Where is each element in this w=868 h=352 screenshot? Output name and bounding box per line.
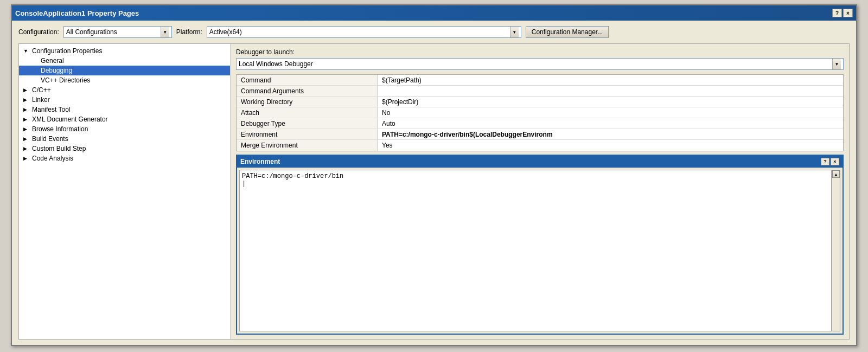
tree-arrow-cpp: ▶ — [23, 87, 30, 93]
env-help-button[interactable]: ? — [821, 158, 829, 165]
platform-dropdown[interactable]: Active(x64) ▼ — [207, 26, 521, 38]
prop-name-5: Environment — [237, 129, 378, 139]
tree-arrow-manifest-tool: ▶ — [23, 107, 30, 112]
prop-value-6: Yes — [378, 140, 843, 151]
main-content: ▼Configuration PropertiesGeneralDebuggin… — [18, 43, 850, 340]
dialog-body: Configuration: All Configurations ▼ Plat… — [12, 21, 856, 345]
close-title-button[interactable]: × — [843, 9, 853, 17]
tree-label-linker: Linker — [32, 96, 50, 104]
tree-arrow-custom-build-step: ▶ — [23, 146, 30, 151]
title-bar-buttons: ? × — [832, 9, 853, 17]
tree-label-build-events: Build Events — [32, 135, 68, 143]
prop-row-0: Command$(TargetPath) — [237, 75, 843, 86]
debugger-value: Local Windows Debugger — [239, 60, 832, 68]
tree-label-general: General — [41, 57, 64, 65]
tree-item-xml-doc-gen[interactable]: ▶XML Document Generator — [19, 114, 230, 124]
tree-item-vc-directories[interactable]: VC++ Directories — [19, 75, 230, 85]
tree-label-vc-directories: VC++ Directories — [41, 76, 90, 84]
tree-label-manifest-tool: Manifest Tool — [32, 106, 70, 113]
prop-value-3: No — [378, 107, 843, 118]
property-pages-window: ConsoleApplication1 Property Pages ? × C… — [11, 4, 857, 346]
scroll-up-button[interactable]: ▲ — [832, 170, 840, 178]
tree-arrow-build-events: ▶ — [23, 136, 30, 142]
tree-label-debugging: Debugging — [41, 67, 72, 74]
env-title-bar: Environment ? × — [237, 156, 843, 168]
tree-item-cpp[interactable]: ▶C/C++ — [19, 85, 230, 95]
prop-value-5: PATH=c:/mongo-c-driver/bin$(LocalDebugge… — [378, 129, 843, 139]
tree-label-xml-doc-gen: XML Document Generator — [32, 116, 108, 123]
platform-value: Active(x64) — [209, 28, 508, 36]
tree-label-cpp: C/C++ — [32, 86, 51, 94]
tree-item-browse-info[interactable]: ▶Browse Information — [19, 124, 230, 134]
prop-row-4: Debugger TypeAuto — [237, 118, 843, 129]
env-title-buttons: ? × — [821, 158, 839, 165]
prop-name-1: Command Arguments — [237, 86, 378, 96]
config-label: Configuration: — [18, 28, 59, 36]
tree-item-general[interactable]: General — [19, 56, 230, 66]
tree-arrow-xml-doc-gen: ▶ — [23, 117, 30, 122]
prop-value-1 — [378, 86, 843, 96]
prop-name-6: Merge Environment — [237, 140, 378, 151]
tree-item-code-analysis[interactable]: ▶Code Analysis — [19, 153, 230, 163]
tree-label-browse-info: Browse Information — [32, 125, 88, 133]
config-dropdown[interactable]: All Configurations ▼ — [63, 26, 172, 38]
env-title: Environment — [240, 158, 280, 165]
debugger-label: Debugger to launch: — [236, 48, 844, 56]
tree-arrow-linker: ▶ — [23, 97, 30, 103]
tree-label-config-properties: Configuration Properties — [32, 47, 102, 55]
tree-label-custom-build-step: Custom Build Step — [32, 145, 86, 152]
left-panel: ▼Configuration PropertiesGeneralDebuggin… — [19, 44, 231, 339]
prop-name-4: Debugger Type — [237, 118, 378, 129]
prop-row-5: EnvironmentPATH=c:/mongo-c-driver/bin$(L… — [237, 129, 843, 140]
tree-arrow-browse-info: ▶ — [23, 126, 30, 132]
top-bar: Configuration: All Configurations ▼ Plat… — [18, 26, 850, 38]
tree-item-linker[interactable]: ▶Linker — [19, 95, 230, 105]
prop-value-2: $(ProjectDir) — [378, 97, 843, 107]
config-dropdown-arrow: ▼ — [161, 27, 169, 37]
tree-item-manifest-tool[interactable]: ▶Manifest Tool — [19, 105, 230, 114]
config-manager-button[interactable]: Configuration Manager... — [526, 26, 609, 38]
debugger-dropdown[interactable]: Local Windows Debugger ▼ — [236, 58, 844, 70]
config-value: All Configurations — [66, 28, 158, 36]
help-title-button[interactable]: ? — [832, 9, 842, 17]
debugger-dropdown-arrow: ▼ — [832, 59, 841, 69]
prop-row-2: Working Directory$(ProjectDir) — [237, 97, 843, 107]
window-title: ConsoleApplication1 Property Pages — [15, 9, 139, 17]
tree-label-code-analysis: Code Analysis — [32, 155, 73, 162]
env-content: PATH=c:/mongo-c-driver/bin | ▲ — [237, 168, 843, 334]
env-scrollbar: ▲ — [832, 170, 840, 331]
tree-item-build-events[interactable]: ▶Build Events — [19, 134, 230, 144]
prop-row-3: AttachNo — [237, 107, 843, 118]
platform-label: Platform: — [176, 28, 202, 36]
properties-table: Command$(TargetPath)Command ArgumentsWor… — [236, 74, 844, 151]
tree-item-config-properties[interactable]: ▼Configuration Properties — [19, 46, 230, 56]
prop-value-4: Auto — [378, 118, 843, 129]
right-panel: Debugger to launch: Local Windows Debugg… — [231, 44, 849, 339]
prop-row-1: Command Arguments — [237, 86, 843, 97]
tree-item-debugging[interactable]: Debugging — [19, 66, 230, 75]
prop-row-6: Merge EnvironmentYes — [237, 140, 843, 151]
environment-dialog: Environment ? × PATH=c:/mongo-c-driver/b… — [236, 155, 844, 335]
prop-name-0: Command — [237, 75, 378, 85]
tree-arrow-config-properties: ▼ — [23, 48, 30, 54]
prop-value-0: $(TargetPath) — [378, 75, 843, 85]
platform-dropdown-arrow: ▼ — [510, 27, 519, 37]
prop-name-2: Working Directory — [237, 97, 378, 107]
env-textarea[interactable]: PATH=c:/mongo-c-driver/bin | — [239, 170, 832, 331]
title-bar: ConsoleApplication1 Property Pages ? × — [12, 5, 856, 21]
tree-arrow-code-analysis: ▶ — [23, 156, 30, 161]
env-close-button[interactable]: × — [831, 158, 839, 165]
tree-item-custom-build-step[interactable]: ▶Custom Build Step — [19, 144, 230, 153]
prop-name-3: Attach — [237, 107, 378, 118]
